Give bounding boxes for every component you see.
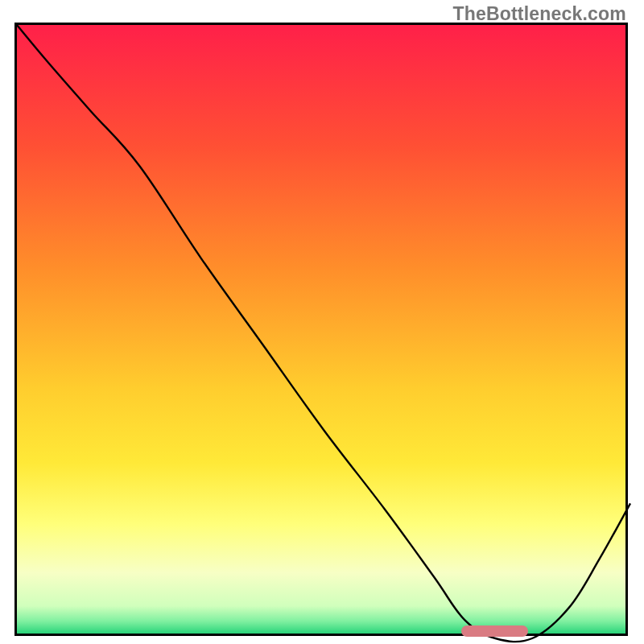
watermark-text: TheBottleneck.com bbox=[452, 3, 626, 25]
optimal-marker bbox=[461, 625, 528, 637]
plot-area bbox=[14, 23, 628, 636]
bottleneck-curve bbox=[17, 25, 630, 642]
chart-container: TheBottleneck.com bbox=[0, 0, 644, 644]
curve-layer bbox=[17, 25, 630, 638]
